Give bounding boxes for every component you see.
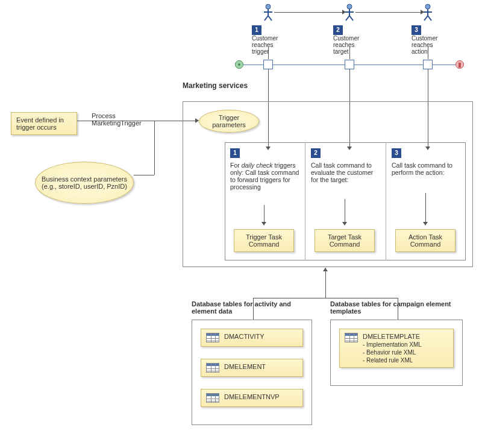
table-icon: [206, 363, 219, 373]
biz-context-ellipse: Business context parameters (e.g., store…: [35, 162, 134, 204]
process-label: Process MarketingTrigger: [92, 112, 152, 127]
table-icon: [206, 393, 219, 403]
svg-line-4: [268, 16, 272, 21]
action-cmd-box: Action Task Command: [395, 229, 455, 252]
svg-point-0: [266, 4, 271, 9]
trigger-node: [263, 60, 273, 69]
table-icon: [345, 333, 358, 342]
db-dmeletemplate: DMELETEMPLATE - Implementation XML - Beh…: [339, 329, 454, 368]
panel-1-text: For daily check triggers only: Call task…: [230, 162, 300, 191]
event-box: Event defined in trigger occurs: [11, 112, 77, 135]
db-dmelementnvp: DMELEMENTNVP: [201, 389, 303, 407]
db-right-title: Database tables for campaign element tem…: [330, 300, 457, 315]
step-1-label: 1Customer reaches trigger: [252, 25, 288, 55]
trigger-params-ellipse: Trigger parameters: [199, 110, 259, 133]
svg-point-5: [347, 4, 352, 9]
svg-point-10: [425, 4, 430, 9]
end-dot: [455, 60, 464, 69]
svg-line-3: [264, 16, 268, 21]
svg-line-13: [424, 16, 428, 21]
svg-line-14: [428, 16, 431, 21]
step-3-label: 3Customer reaches action: [412, 25, 448, 55]
target-node: [345, 60, 354, 69]
panel-2-badge: 2: [311, 148, 321, 158]
action-node: [423, 60, 433, 69]
svg-line-9: [349, 16, 353, 21]
person-icon: [262, 4, 274, 22]
panel-3-text: Call task command to perform the action:: [392, 162, 462, 176]
svg-line-8: [346, 16, 349, 21]
target-cmd-box: Target Task Command: [315, 229, 375, 252]
panel-3-badge: 3: [392, 148, 401, 158]
db-left-title: Database tables for activity and element…: [192, 300, 306, 315]
start-dot: [235, 60, 243, 69]
db-dmelement: DMELEMENT: [201, 359, 303, 377]
panel-2-text: Call task command to evaluate the custom…: [311, 162, 381, 183]
marketing-title: Marketing services: [183, 81, 248, 90]
panel-1-badge: 1: [230, 148, 240, 158]
step-2-label: 2Customer reaches target: [333, 25, 369, 55]
trigger-cmd-box: Trigger Task Command: [234, 229, 294, 252]
table-icon: [206, 333, 219, 342]
db-dmactivity: DMACTIVITY: [201, 329, 303, 347]
